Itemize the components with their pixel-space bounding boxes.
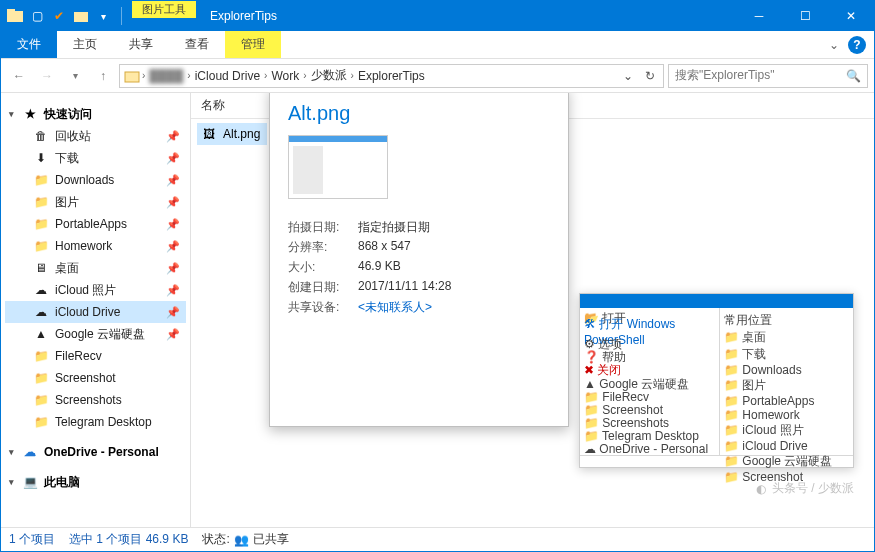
nav-bar: ← → ▾ ↑ › ████ › iCloud Drive › Work › 少… [1, 59, 874, 93]
watermark: ◐ 头条号 / 少数派 [756, 480, 854, 497]
secondary-preview: 📂 打开 🛠 打开 Windows PowerShell ⚙ 选项 ❓ 帮助 ✖… [579, 293, 854, 468]
folder-icon: 📁 [33, 194, 49, 210]
sidebar-label: 此电脑 [44, 474, 80, 491]
sidebar-label: OneDrive - Personal [44, 445, 159, 459]
sidebar-item-downloads[interactable]: 📁Downloads📌 [5, 169, 186, 191]
pin-icon: 📌 [166, 174, 180, 187]
breadcrumb-seg[interactable]: 少数派 [307, 67, 351, 84]
status-selected: 选中 1 个项目 46.9 KB [69, 531, 188, 548]
title-bar: ▢ ✔ ▾ 图片工具 ExplorerTips ─ ☐ ✕ [1, 1, 874, 31]
window-controls: ─ ☐ ✕ [736, 1, 874, 31]
qat-check-icon[interactable]: ✔ [51, 8, 67, 24]
sidebar-label: 下载 [55, 150, 79, 167]
ribbon-expand-icon[interactable]: ⌄ [820, 31, 848, 58]
maximize-button[interactable]: ☐ [782, 1, 828, 31]
sidebar-label: FileRecv [55, 349, 102, 363]
status-shared-text: 已共享 [253, 531, 289, 548]
sidebar-label: Screenshot [55, 371, 116, 385]
sidebar-onedrive[interactable]: ☁OneDrive - Personal [5, 441, 186, 463]
pin-icon: 📌 [166, 130, 180, 143]
sidebar-item-screenshot[interactable]: 📁Screenshot [5, 367, 186, 389]
back-button[interactable]: ← [7, 64, 31, 88]
sidebar-label: iCloud 照片 [55, 282, 116, 299]
pin-icon: 📌 [166, 240, 180, 253]
contextual-tab-label: 图片工具 [132, 1, 196, 18]
preview-pane: Alt.png 拍摄日期:指定拍摄日期 分辨率:868 x 547 大小:46.… [269, 93, 569, 427]
breadcrumb-seg[interactable]: Work [267, 69, 303, 83]
help-icon[interactable]: ? [848, 36, 866, 54]
address-dropdown-icon[interactable]: ⌄ [617, 65, 639, 87]
svg-rect-3 [125, 72, 139, 82]
tab-view[interactable]: 查看 [169, 31, 225, 58]
recent-dropdown-icon[interactable]: ▾ [63, 64, 87, 88]
folder-icon: 📁 [33, 238, 49, 254]
people-icon: 👥 [234, 533, 249, 547]
tab-file[interactable]: 文件 [1, 31, 57, 58]
sidebar-item-desktop[interactable]: 🖥桌面📌 [5, 257, 186, 279]
sidebar-item-google-drive[interactable]: ▲Google 云端硬盘📌 [5, 323, 186, 345]
tab-home[interactable]: 主页 [57, 31, 113, 58]
sidebar-item-icloud-drive[interactable]: ☁iCloud Drive📌 [5, 301, 186, 323]
meta-value[interactable]: 指定拍摄日期 [358, 219, 550, 236]
download-icon: ⬇ [33, 150, 49, 166]
file-item[interactable]: 🖼 Alt.png [197, 123, 267, 145]
mini-file-menu: 📂 打开 🛠 打开 Windows PowerShell ⚙ 选项 ❓ 帮助 ✖… [580, 308, 720, 455]
desktop-icon: 🖥 [33, 260, 49, 276]
pin-icon: 📌 [166, 328, 180, 341]
folder-icon: 📁 [33, 216, 49, 232]
address-bar[interactable]: › ████ › iCloud Drive › Work › 少数派 › Exp… [119, 64, 664, 88]
mini-submenu: 常用位置 📁 桌面📁 下载📁 Downloads📁 图片📁 PortableAp… [720, 308, 853, 455]
sidebar-item-recycle[interactable]: 🗑回收站📌 [5, 125, 186, 147]
close-button[interactable]: ✕ [828, 1, 874, 31]
forward-button[interactable]: → [35, 64, 59, 88]
sidebar-item-screenshots[interactable]: 📁Screenshots [5, 389, 186, 411]
refresh-button[interactable]: ↻ [639, 65, 661, 87]
sidebar-item-filerecv[interactable]: 📁FileRecv [5, 345, 186, 367]
search-icon[interactable]: 🔍 [846, 69, 861, 83]
folder-icon: 📁 [33, 172, 49, 188]
meta-value[interactable]: <未知联系人> [358, 299, 550, 316]
up-button[interactable]: ↑ [91, 64, 115, 88]
meta-key: 分辨率: [288, 239, 358, 256]
status-bar: 1 个项目 选中 1 个项目 46.9 KB 状态: 👥 已共享 [1, 527, 874, 551]
breadcrumb-seg[interactable]: ExplorerTips [354, 69, 429, 83]
sidebar-quick-access[interactable]: ★快速访问 [5, 103, 186, 125]
qat-dropdown-icon[interactable]: ▾ [95, 8, 111, 24]
search-placeholder: 搜索"ExplorerTips" [675, 67, 774, 84]
folder-icon: 📁 [33, 392, 49, 408]
location-icon [122, 68, 142, 84]
qat-newfolder-icon[interactable] [73, 8, 89, 24]
pin-icon: 📌 [166, 218, 180, 231]
breadcrumb-seg[interactable]: iCloud Drive [191, 69, 264, 83]
breadcrumb-blurred[interactable]: ████ [145, 69, 187, 83]
pin-icon: 📌 [166, 284, 180, 297]
search-input[interactable]: 搜索"ExplorerTips" 🔍 [668, 64, 868, 88]
tab-manage[interactable]: 管理 [225, 31, 281, 58]
window-title: ExplorerTips [196, 1, 736, 31]
sidebar-label: iCloud Drive [55, 305, 120, 319]
pin-icon: 📌 [166, 306, 180, 319]
preview-thumbnail [288, 135, 388, 199]
recycle-icon: 🗑 [33, 128, 49, 144]
body: ★快速访问 🗑回收站📌 ⬇下载📌 📁Downloads📌 📁图片📌 📁Porta… [1, 93, 874, 527]
minimize-button[interactable]: ─ [736, 1, 782, 31]
star-icon: ★ [22, 106, 38, 122]
pin-icon: 📌 [166, 196, 180, 209]
gdrive-icon: ▲ [33, 326, 49, 342]
sidebar-item-telegram[interactable]: 📁Telegram Desktop [5, 411, 186, 433]
qat-properties-icon[interactable]: ▢ [29, 8, 45, 24]
pin-icon: 📌 [166, 152, 180, 165]
sidebar-item-downloads-cn[interactable]: ⬇下载📌 [5, 147, 186, 169]
sidebar-item-pictures[interactable]: 📁图片📌 [5, 191, 186, 213]
meta-key: 共享设备: [288, 299, 358, 316]
sidebar-item-portableapps[interactable]: 📁PortableApps📌 [5, 213, 186, 235]
sidebar-label: Homework [55, 239, 112, 253]
folder-icon: 📁 [33, 370, 49, 386]
sidebar-thispc[interactable]: 💻此电脑 [5, 471, 186, 493]
sidebar-item-homework[interactable]: 📁Homework📌 [5, 235, 186, 257]
tab-share[interactable]: 共享 [113, 31, 169, 58]
sidebar-item-icloud-photos[interactable]: ☁iCloud 照片📌 [5, 279, 186, 301]
sidebar-label: Google 云端硬盘 [55, 326, 145, 343]
preview-title: Alt.png [288, 102, 550, 125]
content-pane: 名称 🖼 Alt.png Alt.png 拍摄日期:指定拍摄日期 分辨率:868… [191, 93, 874, 527]
